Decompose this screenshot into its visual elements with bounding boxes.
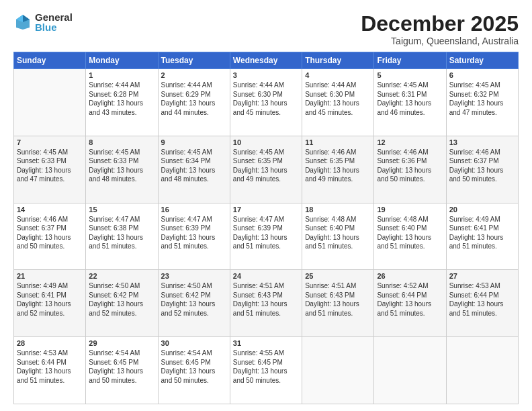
day-cell: 7Sunrise: 4:45 AMSunset: 6:33 PMDaylight…	[14, 136, 86, 203]
day-detail: Sunrise: 4:46 AMSunset: 6:37 PMDaylight:…	[17, 215, 83, 251]
week-row-3: 14Sunrise: 4:46 AMSunset: 6:37 PMDayligh…	[14, 203, 519, 270]
day-cell: 18Sunrise: 4:48 AMSunset: 6:40 PMDayligh…	[302, 203, 374, 270]
day-number: 30	[161, 339, 227, 347]
day-cell: 11Sunrise: 4:46 AMSunset: 6:35 PMDayligh…	[302, 136, 374, 203]
day-number: 15	[89, 205, 154, 214]
day-number: 17	[233, 205, 299, 214]
day-cell: 25Sunrise: 4:51 AMSunset: 6:43 PMDayligh…	[302, 270, 374, 337]
day-cell: 21Sunrise: 4:49 AMSunset: 6:41 PMDayligh…	[14, 270, 86, 337]
day-cell: 10Sunrise: 4:45 AMSunset: 6:35 PMDayligh…	[230, 136, 302, 203]
day-number: 26	[377, 272, 443, 280]
day-number: 23	[161, 272, 227, 280]
day-cell: 14Sunrise: 4:46 AMSunset: 6:37 PMDayligh…	[14, 203, 86, 270]
day-detail: Sunrise: 4:53 AMSunset: 6:44 PMDaylight:…	[17, 349, 83, 385]
day-number: 16	[161, 205, 227, 214]
day-cell: 3Sunrise: 4:44 AMSunset: 6:30 PMDaylight…	[230, 69, 302, 136]
day-detail: Sunrise: 4:45 AMSunset: 6:34 PMDaylight:…	[161, 148, 227, 184]
day-cell: 22Sunrise: 4:50 AMSunset: 6:42 PMDayligh…	[86, 270, 158, 337]
day-detail: Sunrise: 4:45 AMSunset: 6:32 PMDaylight:…	[449, 81, 515, 117]
day-detail: Sunrise: 4:48 AMSunset: 6:40 PMDaylight:…	[377, 215, 443, 251]
day-cell: 15Sunrise: 4:47 AMSunset: 6:38 PMDayligh…	[86, 203, 158, 270]
day-detail: Sunrise: 4:44 AMSunset: 6:30 PMDaylight:…	[305, 81, 371, 117]
day-detail: Sunrise: 4:45 AMSunset: 6:33 PMDaylight:…	[17, 148, 83, 184]
day-number: 1	[89, 71, 154, 79]
day-number: 5	[377, 71, 443, 79]
logo-icon	[13, 13, 32, 32]
day-cell: 16Sunrise: 4:47 AMSunset: 6:39 PMDayligh…	[158, 203, 230, 270]
week-row-2: 7Sunrise: 4:45 AMSunset: 6:33 PMDaylight…	[14, 136, 519, 203]
day-cell: 19Sunrise: 4:48 AMSunset: 6:40 PMDayligh…	[374, 203, 446, 270]
day-number: 10	[233, 138, 299, 146]
day-cell: 20Sunrise: 4:49 AMSunset: 6:41 PMDayligh…	[446, 203, 518, 270]
day-detail: Sunrise: 4:54 AMSunset: 6:45 PMDaylight:…	[161, 349, 227, 385]
header-cell-sunday: Sunday	[14, 52, 86, 69]
day-number: 4	[305, 71, 371, 79]
day-detail: Sunrise: 4:48 AMSunset: 6:40 PMDaylight:…	[305, 215, 371, 251]
day-number: 20	[449, 205, 515, 214]
day-detail: Sunrise: 4:50 AMSunset: 6:42 PMDaylight:…	[161, 281, 227, 318]
month-title: December 2025	[361, 12, 519, 36]
logo: General Blue	[13, 12, 73, 32]
day-cell: 5Sunrise: 4:45 AMSunset: 6:31 PMDaylight…	[374, 69, 446, 136]
day-number: 12	[377, 138, 443, 146]
day-cell: 28Sunrise: 4:53 AMSunset: 6:44 PMDayligh…	[14, 337, 86, 404]
day-number: 22	[89, 272, 154, 280]
day-cell: 1Sunrise: 4:44 AMSunset: 6:28 PMDaylight…	[86, 69, 158, 136]
day-number: 18	[305, 205, 371, 214]
day-number: 13	[449, 138, 515, 146]
day-detail: Sunrise: 4:45 AMSunset: 6:35 PMDaylight:…	[233, 148, 299, 184]
day-detail: Sunrise: 4:51 AMSunset: 6:43 PMDaylight:…	[305, 281, 371, 318]
header-cell-saturday: Saturday	[446, 52, 518, 69]
day-detail: Sunrise: 4:44 AMSunset: 6:29 PMDaylight:…	[161, 81, 227, 117]
week-row-4: 21Sunrise: 4:49 AMSunset: 6:41 PMDayligh…	[14, 270, 519, 337]
day-cell: 23Sunrise: 4:50 AMSunset: 6:42 PMDayligh…	[158, 270, 230, 337]
day-detail: Sunrise: 4:46 AMSunset: 6:37 PMDaylight:…	[449, 148, 515, 184]
day-number: 21	[17, 272, 83, 280]
day-number: 6	[449, 71, 515, 79]
day-cell: 12Sunrise: 4:46 AMSunset: 6:36 PMDayligh…	[374, 136, 446, 203]
day-cell: 29Sunrise: 4:54 AMSunset: 6:45 PMDayligh…	[86, 337, 158, 404]
day-cell	[446, 337, 518, 404]
page: General Blue December 2025 Taigum, Queen…	[0, 0, 532, 411]
day-cell	[374, 337, 446, 404]
day-detail: Sunrise: 4:45 AMSunset: 6:33 PMDaylight:…	[89, 148, 154, 184]
day-number: 31	[233, 339, 299, 347]
day-cell: 8Sunrise: 4:45 AMSunset: 6:33 PMDaylight…	[86, 136, 158, 203]
day-cell: 24Sunrise: 4:51 AMSunset: 6:43 PMDayligh…	[230, 270, 302, 337]
day-detail: Sunrise: 4:49 AMSunset: 6:41 PMDaylight:…	[17, 281, 83, 318]
day-detail: Sunrise: 4:49 AMSunset: 6:41 PMDaylight:…	[449, 215, 515, 251]
day-detail: Sunrise: 4:44 AMSunset: 6:28 PMDaylight:…	[89, 81, 154, 117]
day-detail: Sunrise: 4:45 AMSunset: 6:31 PMDaylight:…	[377, 81, 443, 117]
day-number: 29	[89, 339, 154, 347]
day-detail: Sunrise: 4:50 AMSunset: 6:42 PMDaylight:…	[89, 281, 154, 318]
header-cell-wednesday: Wednesday	[230, 52, 302, 69]
header-cell-friday: Friday	[374, 52, 446, 69]
day-detail: Sunrise: 4:44 AMSunset: 6:30 PMDaylight:…	[233, 81, 299, 117]
header: General Blue December 2025 Taigum, Queen…	[13, 12, 519, 46]
day-number: 25	[305, 272, 371, 280]
day-cell: 6Sunrise: 4:45 AMSunset: 6:32 PMDaylight…	[446, 69, 518, 136]
day-cell	[14, 69, 86, 136]
day-number: 14	[17, 205, 83, 214]
week-row-1: 1Sunrise: 4:44 AMSunset: 6:28 PMDaylight…	[14, 69, 519, 136]
title-block: December 2025 Taigum, Queensland, Austra…	[361, 12, 519, 46]
logo-text: General Blue	[35, 12, 73, 32]
day-number: 11	[305, 138, 371, 146]
calendar-table: SundayMondayTuesdayWednesdayThursdayFrid…	[13, 52, 519, 404]
day-number: 3	[233, 71, 299, 79]
day-detail: Sunrise: 4:53 AMSunset: 6:44 PMDaylight:…	[449, 281, 515, 318]
day-cell: 4Sunrise: 4:44 AMSunset: 6:30 PMDaylight…	[302, 69, 374, 136]
day-detail: Sunrise: 4:55 AMSunset: 6:45 PMDaylight:…	[233, 349, 299, 385]
day-number: 9	[161, 138, 227, 146]
logo-blue-text: Blue	[35, 22, 73, 32]
day-cell	[302, 337, 374, 404]
day-detail: Sunrise: 4:47 AMSunset: 6:39 PMDaylight:…	[161, 215, 227, 251]
header-cell-thursday: Thursday	[302, 52, 374, 69]
header-cell-monday: Monday	[86, 52, 158, 69]
location-subtitle: Taigum, Queensland, Australia	[361, 36, 519, 46]
day-number: 27	[449, 272, 515, 280]
day-number: 28	[17, 339, 83, 347]
calendar-body: 1Sunrise: 4:44 AMSunset: 6:28 PMDaylight…	[14, 69, 519, 404]
day-detail: Sunrise: 4:47 AMSunset: 6:38 PMDaylight:…	[89, 215, 154, 251]
logo-general-text: General	[35, 12, 73, 22]
